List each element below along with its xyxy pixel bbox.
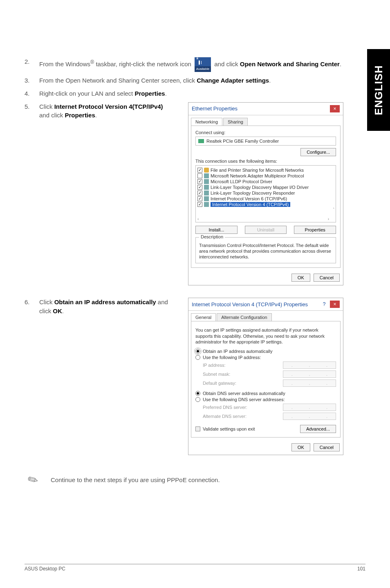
radio-obtain-dns-auto[interactable]: Obtain DNS server address automatically [195, 391, 336, 396]
protocol-icon [204, 173, 209, 178]
properties-button[interactable]: Properties [294, 226, 336, 234]
alternate-dns-field: Alternate DNS server: ... [203, 413, 336, 420]
network-tray-icon: Available [195, 57, 211, 72]
tab-sharing[interactable]: Sharing [223, 118, 248, 126]
step-6-body: Click Obtain an IP address automatically… [39, 298, 172, 451]
note-row: ✎ Continue to the next steps if you are … [25, 471, 360, 488]
radio-icon [195, 349, 200, 354]
cancel-button[interactable]: Cancel [314, 443, 340, 451]
install-button[interactable]: Install... [195, 226, 238, 234]
step-6: 6. Click Obtain an IP address automatica… [25, 298, 172, 451]
dialog1-button-row: Install... Uninstall Properties [195, 226, 336, 234]
file-printer-sharing-icon [204, 168, 209, 173]
radio-obtain-ip-auto[interactable]: Obtain an IP address automatically [195, 349, 336, 354]
preferred-dns-field: Preferred DNS server: ... [203, 404, 336, 411]
list-item-label: Internet Protocol Version 6 (TCP/IPv6) [211, 196, 287, 201]
hscroll-right-icon[interactable]: › [328, 217, 329, 221]
dialog2-panel: You can get IP settings assigned automat… [191, 321, 341, 438]
step-5-row: 5. Click Internet Protocol Version 4(TCP… [25, 102, 360, 286]
help-icon[interactable]: ? [319, 301, 329, 308]
hscroll-left-icon[interactable]: ‹ [197, 217, 199, 221]
dialog1-tabs: Networking Sharing [191, 118, 341, 126]
step-5-body: Click Internet Protocol Version 4(TCP/IP… [39, 102, 172, 282]
step-2-body: From the Windows® taskbar, right-click t… [39, 57, 360, 72]
step-6-end: . [62, 307, 64, 314]
components-listbox[interactable]: File and Printer Sharing for Microsoft N… [195, 165, 336, 222]
page-footer: ASUS Desktop PC 101 [25, 564, 365, 572]
footer-left: ASUS Desktop PC [25, 566, 65, 572]
dialog2-footer: OK Cancel [188, 440, 343, 455]
checkbox-icon[interactable] [197, 202, 202, 207]
page-content: 2. From the Windows® taskbar, right-clic… [25, 57, 360, 488]
checkbox-icon[interactable] [197, 179, 202, 184]
cancel-button[interactable]: Cancel [314, 274, 340, 282]
checkbox-icon[interactable] [197, 191, 202, 195]
list-item[interactable]: Microsoft Network Adapter Multiplexor Pr… [197, 173, 334, 179]
validate-checkbox[interactable] [195, 426, 200, 431]
configure-button[interactable]: Configure... [300, 148, 336, 156]
tab-networking[interactable]: Networking [191, 118, 222, 126]
step-4-text: Right-click on your LAN and select [39, 90, 134, 97]
description-group: Description Transmission Control Protoco… [195, 237, 336, 264]
dialog2-title: Internet Protocol Version 4 (TCP/IPv4) P… [192, 301, 308, 307]
scrollbar[interactable]: ˄˅ [333, 207, 335, 222]
adapter-name: Realtek PCIe GBE Family Controller [206, 139, 279, 144]
list-item-label: Link-Layer Topology Discovery Mapper I/O… [211, 185, 309, 190]
ip-address-field: IP address: ... [203, 361, 336, 369]
validate-label: Validate settings upon exit [203, 426, 255, 431]
step-4-bold: Properties [134, 90, 165, 97]
list-item[interactable]: Link-Layer Topology Discovery Responder [197, 190, 334, 196]
step-4-number: 4. [25, 89, 39, 98]
description-text: Transmission Control Protocol/Internet P… [199, 242, 332, 260]
step-2-text-a: From the Windows [39, 61, 90, 67]
step-3-bold: Change Adapter settings [197, 77, 269, 84]
dialog1-titlebar: Ethernet Properties × [188, 103, 343, 115]
ok-button[interactable]: OK [291, 274, 310, 282]
description-title: Description [199, 234, 225, 239]
step-6-row: 6. Click Obtain an IP address automatica… [25, 298, 360, 455]
advanced-button[interactable]: Advanced... [300, 425, 336, 433]
checkbox-icon[interactable] [197, 173, 202, 178]
step-5-number: 5. [25, 102, 39, 282]
preferred-dns-label: Preferred DNS server: [203, 405, 247, 410]
radio-use-following-ip[interactable]: Use the following IP address: [195, 355, 336, 360]
nic-icon [198, 139, 204, 143]
radio-icon [195, 397, 200, 402]
list-item[interactable]: Internet Protocol Version 6 (TCP/IPv6) [197, 196, 334, 202]
list-item-label: Link-Layer Topology Discovery Responder [211, 191, 295, 195]
list-item-label: Microsoft Network Adapter Multiplexor Pr… [211, 173, 304, 178]
tab-general[interactable]: General [191, 313, 216, 321]
list-item[interactable]: Link-Layer Topology Discovery Mapper I/O… [197, 184, 334, 190]
step-2-bold: Open Network and Sharing Center [240, 61, 340, 67]
protocol-icon [204, 185, 209, 190]
list-item[interactable]: File and Printer Sharing for Microsoft N… [197, 167, 334, 173]
tab-alternate-configuration[interactable]: Alternate Configuration [217, 313, 272, 321]
list-item-label: File and Printer Sharing for Microsoft N… [211, 168, 304, 173]
scroll-up-icon[interactable]: ˄ [333, 207, 335, 211]
ipv4-properties-dialog: Internet Protocol Version 4 (TCP/IPv4) P… [188, 298, 343, 455]
protocol-icon [204, 179, 209, 184]
ip-address-label: IP address: [203, 363, 225, 368]
radio-use-following-dns[interactable]: Use the following DNS server addresses: [195, 397, 336, 402]
list-item[interactable]: Microsoft LLDP Protocol Driver [197, 179, 334, 184]
step-2: 2. From the Windows® taskbar, right-clic… [25, 57, 360, 72]
step-6-number: 6. [25, 298, 39, 451]
radio-icon [195, 391, 200, 396]
ok-button[interactable]: OK [291, 443, 310, 451]
checkbox-icon[interactable] [197, 196, 202, 201]
dialog1-footer: OK Cancel [188, 270, 343, 285]
list-item[interactable]: Internet Protocol Version 4 (TCP/IPv4) [197, 202, 334, 207]
step-4-body: Right-click on your LAN and select Prope… [39, 89, 360, 98]
close-icon[interactable]: × [330, 301, 340, 308]
checkbox-icon[interactable] [197, 168, 202, 173]
note-text: Continue to the next steps if you are us… [51, 476, 220, 483]
protocol-icon [204, 196, 209, 201]
checkbox-icon[interactable] [197, 185, 202, 190]
step-2-text-b: taskbar, right-click the network icon [94, 61, 193, 67]
step-3-body: From the Open Network and Sharing Center… [39, 76, 360, 85]
close-icon[interactable]: × [330, 105, 340, 112]
connect-using-label: Connect using: [195, 130, 336, 135]
step-3-text: From the Open Network and Sharing Center… [39, 77, 197, 84]
subnet-mask-label: Subnet mask: [203, 372, 230, 377]
ipv4-intro-text: You can get IP settings assigned automat… [195, 327, 336, 345]
